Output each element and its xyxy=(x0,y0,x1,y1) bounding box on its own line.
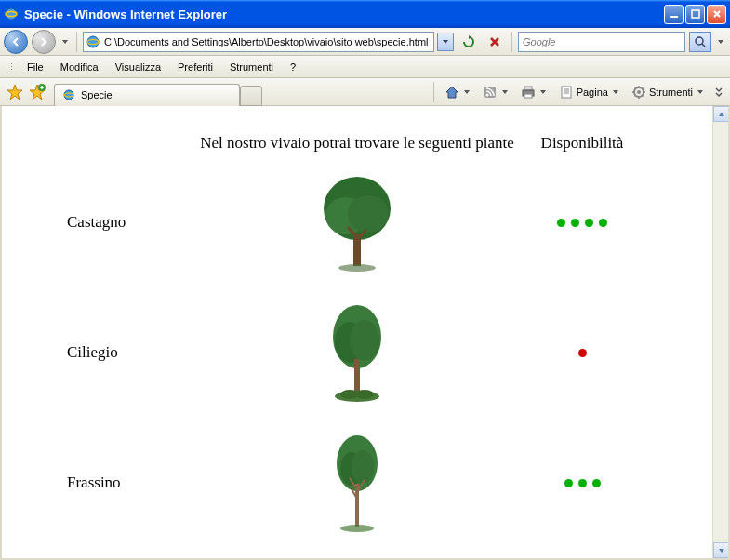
svg-rect-12 xyxy=(524,87,532,90)
menu-view[interactable]: Visualizza xyxy=(108,59,168,75)
svg-rect-26 xyxy=(354,359,360,394)
scroll-up-button[interactable] xyxy=(713,106,729,122)
svg-point-25 xyxy=(350,320,379,361)
search-button[interactable] xyxy=(689,32,711,52)
availability-dot xyxy=(585,219,593,227)
svg-rect-2 xyxy=(670,16,678,18)
svg-rect-3 xyxy=(692,10,699,18)
tab-icon xyxy=(62,88,75,101)
stop-button[interactable] xyxy=(484,32,506,52)
svg-point-8 xyxy=(64,90,73,100)
toolbar-overflow-button[interactable] xyxy=(711,82,726,102)
menu-help[interactable]: ? xyxy=(283,59,303,75)
add-favorite-icon[interactable] xyxy=(28,83,46,101)
menu-tools[interactable]: Strumenti xyxy=(222,59,281,75)
svg-rect-15 xyxy=(562,87,571,98)
search-box[interactable] xyxy=(518,32,685,52)
availability-dot xyxy=(599,219,607,227)
menu-file[interactable]: File xyxy=(20,59,51,75)
address-dropdown[interactable] xyxy=(437,33,454,51)
forward-button[interactable] xyxy=(32,30,56,54)
ie-logo-icon xyxy=(4,7,19,21)
tree-image xyxy=(197,171,517,273)
availability-dots xyxy=(517,479,647,487)
availability-dots xyxy=(517,219,647,227)
species-name: Frassino xyxy=(67,473,197,492)
species-name: Castagno xyxy=(67,213,197,232)
page-heading: Nel nostro vivaio potrai trovare le segu… xyxy=(197,134,517,153)
species-row: Frassino xyxy=(20,432,694,534)
maximize-button[interactable] xyxy=(685,5,705,24)
menu-edit[interactable]: Modifica xyxy=(53,59,106,75)
availability-dot xyxy=(578,479,587,487)
availability-dot xyxy=(578,349,587,357)
species-name: Ciliegio xyxy=(67,343,197,362)
svg-point-17 xyxy=(637,90,641,94)
browser-tab[interactable]: Specie xyxy=(54,84,240,106)
availability-heading: Disponibilità xyxy=(517,134,647,153)
address-bar[interactable] xyxy=(83,32,434,52)
svg-point-6 xyxy=(696,37,703,45)
favorites-star-icon[interactable] xyxy=(6,83,24,101)
separator xyxy=(511,32,512,52)
new-tab-button[interactable] xyxy=(240,86,262,106)
search-dropdown[interactable] xyxy=(715,33,726,51)
search-input[interactable] xyxy=(523,36,681,47)
page-content: Nel nostro vivaio potrai trovare le segu… xyxy=(2,106,712,558)
window-titlebar: Specie - Windows Internet Explorer xyxy=(0,0,730,28)
separator xyxy=(76,32,77,52)
home-button[interactable] xyxy=(440,82,476,102)
vertical-scrollbar[interactable] xyxy=(712,106,728,558)
tree-image xyxy=(197,301,517,404)
availability-dot xyxy=(571,219,579,227)
availability-dot xyxy=(564,479,573,487)
availability-dot xyxy=(592,479,601,487)
scroll-down-button[interactable] xyxy=(713,542,729,558)
feeds-button[interactable] xyxy=(478,82,514,102)
page-menu-button[interactable]: Pagina xyxy=(554,82,625,102)
navigation-bar xyxy=(0,28,730,56)
minimize-button[interactable] xyxy=(664,5,684,24)
grip-icon: ⋮ xyxy=(7,62,14,72)
page-menu-label: Pagina xyxy=(577,87,608,98)
svg-point-0 xyxy=(6,8,17,20)
menu-bar: ⋮ File Modifica Visualizza Preferiti Str… xyxy=(0,56,730,78)
page-icon xyxy=(86,34,100,49)
separator xyxy=(433,82,434,102)
tree-image xyxy=(197,432,517,534)
svg-point-20 xyxy=(348,195,389,233)
svg-point-32 xyxy=(352,450,374,484)
back-button[interactable] xyxy=(4,30,28,54)
refresh-button[interactable] xyxy=(458,32,480,52)
availability-dots xyxy=(517,349,647,357)
close-button[interactable] xyxy=(707,5,726,24)
tools-menu-button[interactable]: Strumenti xyxy=(627,82,710,102)
species-row: Ciliegio xyxy=(20,301,694,404)
svg-rect-14 xyxy=(524,94,532,98)
print-button[interactable] xyxy=(516,82,552,102)
svg-point-29 xyxy=(355,390,374,399)
tab-title: Specie xyxy=(81,89,113,100)
species-row: Castagno xyxy=(20,171,694,273)
svg-point-4 xyxy=(87,36,99,47)
address-input[interactable] xyxy=(104,36,431,47)
svg-point-22 xyxy=(338,264,376,272)
menu-favorites[interactable]: Preferiti xyxy=(170,59,220,75)
history-dropdown[interactable] xyxy=(60,33,71,51)
tools-menu-label: Strumenti xyxy=(649,87,693,98)
tab-toolbar: Specie Pagina Strumenti xyxy=(0,78,730,106)
svg-point-34 xyxy=(340,525,374,532)
availability-dot xyxy=(557,219,565,227)
svg-point-11 xyxy=(485,93,488,96)
window-title: Specie - Windows Internet Explorer xyxy=(24,7,664,21)
